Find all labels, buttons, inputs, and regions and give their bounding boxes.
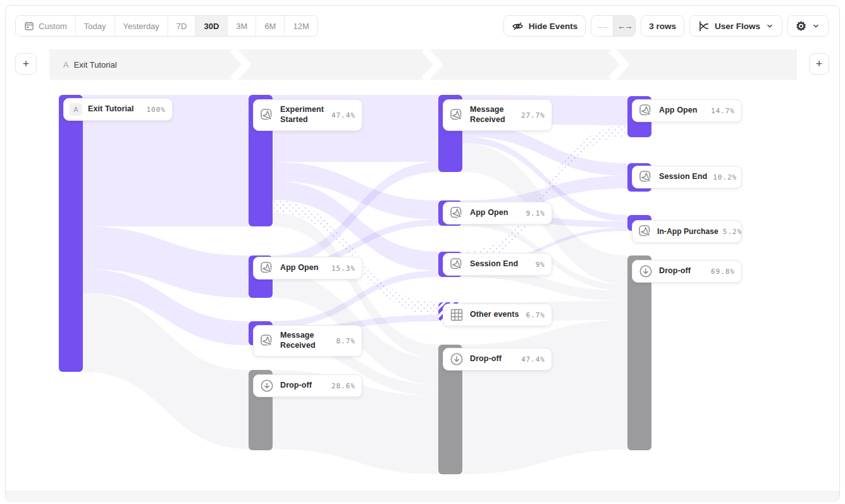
arrows-collapse-icon: →← [595, 22, 609, 31]
node-exit-tutorial[interactable]: A Exit Tutorial 100% [63, 98, 173, 121]
node-session-end-c3[interactable]: Session End 9% [443, 253, 552, 276]
arrows-expand-icon: ←→ [617, 22, 631, 31]
gear-icon: ⚙ [796, 20, 806, 32]
event-cursor-icon [259, 333, 274, 348]
dropoff-icon [259, 378, 274, 393]
sankey-flow-ribbons [0, 80, 845, 491]
event-cursor-icon [449, 206, 464, 221]
step-a-badge: A [70, 103, 82, 116]
date-range-custom[interactable]: Custom [16, 16, 75, 36]
date-range-label: Custom [39, 22, 67, 31]
add-step-left-button[interactable]: + [15, 53, 37, 75]
chevron-down-icon [811, 22, 820, 30]
start-step-label[interactable]: A Exit Tutorial [63, 49, 117, 80]
event-cursor-icon [259, 261, 274, 276]
date-range-group: Custom Today Yesterday 7D 30D 3M 6M 12M [15, 15, 318, 37]
settings-dropdown[interactable]: ⚙ [787, 15, 829, 37]
calendar-icon [24, 21, 34, 31]
date-range-6m[interactable]: 6M [256, 16, 284, 36]
date-range-yesterday[interactable]: Yesterday [114, 16, 168, 36]
node-app-open-c4[interactable]: App Open 14.7% [632, 99, 742, 122]
hide-events-button[interactable]: Hide Events [503, 15, 586, 37]
add-step-right-button[interactable]: + [809, 53, 829, 75]
date-range-30d[interactable]: 30D [195, 16, 227, 36]
event-cursor-icon [638, 169, 653, 185]
date-range-12m[interactable]: 12M [284, 16, 317, 36]
bottom-scrollbar-track[interactable] [6, 491, 839, 502]
collapse-columns-button[interactable]: →← [591, 16, 613, 36]
toolbar-right: Hide Events →← ←→ 3 rows User Flows ⚙ [503, 15, 829, 37]
step-letter-badge: A [63, 60, 69, 70]
node-message-received-c2[interactable]: Message Received 8.7% [253, 325, 362, 357]
node-dropoff-c2[interactable]: Drop-off 28.6% [253, 374, 362, 397]
sankey-bar-dropoff-4[interactable] [627, 255, 651, 450]
dropoff-icon [449, 352, 464, 367]
node-other-events-c3[interactable]: Other events 6.7% [443, 304, 552, 326]
step-chevron-separator [230, 49, 250, 80]
event-cursor-icon [259, 108, 274, 123]
grid-icon [449, 307, 464, 323]
node-dropoff-c4[interactable]: Drop-off 69.8% [632, 260, 742, 283]
node-experiment-started[interactable]: Experiment Started 47.4% [253, 99, 362, 131]
eye-off-icon [512, 20, 524, 32]
step-chevron-separator [608, 49, 629, 80]
node-app-open-c2[interactable]: App Open 15.3% [253, 257, 362, 280]
step-chevron-separator [422, 49, 442, 80]
node-session-end-c4[interactable]: Session End 10.2% [632, 166, 742, 188]
view-selector-dropdown[interactable]: User Flows [689, 15, 782, 37]
event-cursor-icon [449, 108, 464, 123]
event-cursor-icon [638, 103, 653, 118]
date-range-today[interactable]: Today [75, 16, 114, 36]
user-flows-sankey: A Exit Tutorial 100% Experiment Started … [0, 80, 845, 491]
date-range-3m[interactable]: 3M [227, 16, 256, 36]
node-app-open-c3[interactable]: App Open 9.1% [443, 202, 552, 224]
node-message-received-c3[interactable]: Message Received 27.7% [443, 99, 552, 131]
rows-button[interactable]: 3 rows [641, 15, 684, 37]
column-width-segmented: →← ←→ [591, 15, 636, 37]
chevron-down-icon [765, 22, 774, 30]
flow-steps-band: A Exit Tutorial [49, 49, 797, 80]
event-cursor-icon [449, 257, 464, 272]
flow-chart-icon [698, 20, 710, 32]
sankey-bar-exit-tutorial[interactable] [59, 95, 83, 372]
node-in-app-purchase-c4[interactable]: In-App Purchase 5.2% [632, 220, 742, 243]
date-range-7d[interactable]: 7D [168, 16, 195, 36]
expand-columns-button[interactable]: ←→ [613, 16, 635, 36]
event-cursor-icon [638, 224, 653, 239]
node-dropoff-c3[interactable]: Drop-off 47.4% [443, 348, 552, 371]
dropoff-icon [638, 264, 653, 279]
